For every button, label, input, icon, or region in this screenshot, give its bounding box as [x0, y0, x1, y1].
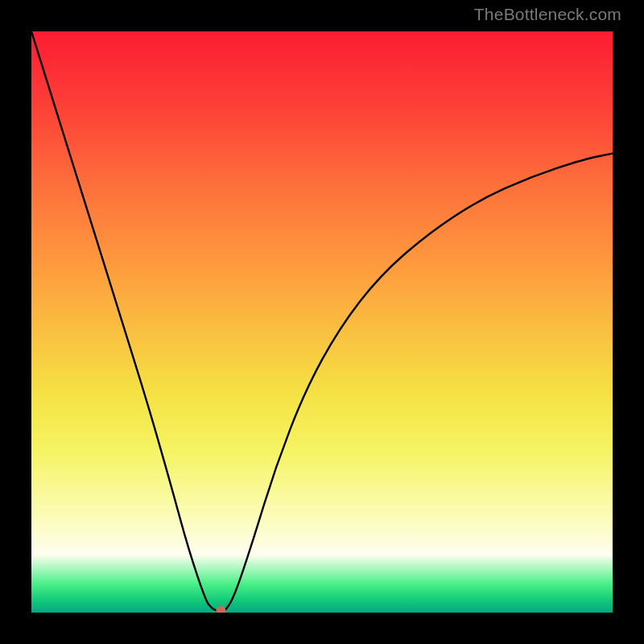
bottleneck-marker	[216, 606, 225, 613]
bottleneck-curve	[31, 31, 613, 613]
plot-area	[31, 31, 613, 613]
curve-path	[31, 31, 613, 611]
chart-frame: TheBottleneck.com	[0, 0, 644, 644]
watermark-text: TheBottleneck.com	[474, 5, 621, 24]
